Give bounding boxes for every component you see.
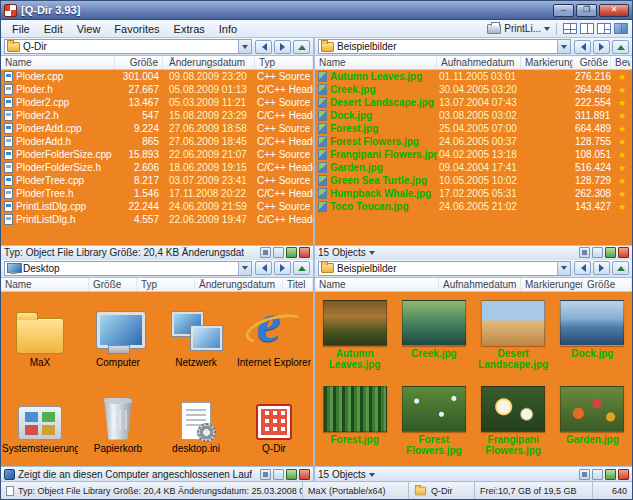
thumbnail-item[interactable]: Creek.jpg: [394, 300, 473, 386]
file-row[interactable]: PloderTree.cpp8.21703.07.2009 23:41C++ S…: [1, 174, 313, 187]
print-list-button[interactable]: PrintLi...: [504, 23, 541, 34]
pane-tool-icon[interactable]: [260, 247, 271, 258]
column-header[interactable]: Größe: [89, 278, 137, 291]
file-row[interactable]: Garden.jpg09.04.2004 17:41516.424★: [315, 161, 632, 174]
file-row[interactable]: Dock.jpg03.08.2005 03:02311.891★: [315, 109, 632, 122]
desktop-item[interactable]: MaX: [1, 298, 79, 384]
file-row[interactable]: PloderTree.h1.54617.11.2008 20:22C/C++ H…: [1, 187, 313, 200]
thumbnail-item[interactable]: Forest Flowers.jpg: [394, 386, 473, 467]
path-dropdown-arrow-icon[interactable]: [557, 262, 570, 275]
desktop-item[interactable]: Computer: [79, 298, 157, 384]
back-button[interactable]: [574, 261, 591, 275]
layout-quad-icon[interactable]: [563, 23, 577, 34]
thumbnail-item[interactable]: Forest.jpg: [315, 386, 394, 467]
up-button[interactable]: [612, 40, 629, 54]
column-header[interactable]: Titel: [283, 278, 313, 291]
up-button[interactable]: [293, 261, 310, 275]
desktop-item[interactable]: Netzwerk: [157, 298, 235, 384]
column-header[interactable]: Markierungen: [521, 56, 573, 69]
back-button[interactable]: [255, 261, 272, 275]
column-header[interactable]: Änderungsdatum: [195, 278, 283, 291]
menu-item-favorites[interactable]: Favorites: [107, 22, 166, 36]
pane-go-icon[interactable]: [605, 247, 616, 258]
file-row[interactable]: PloderFolderSize.cpp15.89322.06.2009 21:…: [1, 148, 313, 161]
column-header[interactable]: Name: [315, 278, 439, 291]
column-header[interactable]: Bew: [611, 56, 631, 69]
pane-close-icon[interactable]: [299, 469, 310, 480]
forward-button[interactable]: [593, 261, 610, 275]
column-header[interactable]: Markierungen: [521, 278, 583, 291]
column-header[interactable]: Name: [1, 56, 115, 69]
pane-filter-icon[interactable]: [273, 247, 284, 258]
file-row[interactable]: Autumn Leaves.jpg01.11.2005 03:01276.216…: [315, 70, 632, 83]
column-header[interactable]: Aufnahmedatum: [437, 56, 521, 69]
maximize-button[interactable]: ❐: [576, 4, 597, 17]
column-header[interactable]: Größe: [573, 56, 611, 69]
column-header[interactable]: Typ: [255, 56, 313, 69]
path-combo[interactable]: Beispielbilder: [318, 261, 571, 276]
titlebar[interactable]: [Q-Dir 3.93] – ❐ ✕: [1, 1, 632, 20]
file-row[interactable]: Forest Flowers.jpg24.06.2005 00:37128.75…: [315, 135, 632, 148]
column-header[interactable]: Größe: [583, 278, 632, 291]
desktop-item[interactable]: desktop.ini: [157, 384, 235, 467]
layout-two-vertical-icon[interactable]: [580, 23, 594, 34]
desktop-item[interactable]: Internet Explorer: [235, 298, 313, 384]
path-combo[interactable]: Desktop: [4, 261, 252, 276]
menu-item-extras[interactable]: Extras: [167, 22, 212, 36]
thumbnail-item[interactable]: Autumn Leaves.jpg: [315, 300, 394, 386]
file-row[interactable]: Ploder.h27.66705.08.2009 01:13C/C++ Head…: [1, 83, 313, 96]
file-row[interactable]: Forest.jpg25.04.2005 07:00664.489★: [315, 122, 632, 135]
pane-go-icon[interactable]: [286, 469, 297, 480]
column-header[interactable]: Typ: [137, 278, 195, 291]
layout-single-icon[interactable]: [614, 23, 628, 34]
file-row[interactable]: PloderAdd.cpp9.22427.06.2009 18:58C++ So…: [1, 122, 313, 135]
forward-button[interactable]: [274, 40, 291, 54]
pane-close-icon[interactable]: [618, 469, 629, 480]
close-button[interactable]: ✕: [599, 4, 629, 17]
minimize-button[interactable]: –: [553, 4, 574, 17]
file-row[interactable]: Ploder2.cpp13.46705.03.2009 11:21C++ Sou…: [1, 96, 313, 109]
pane-go-icon[interactable]: [286, 247, 297, 258]
pane-close-icon[interactable]: [618, 247, 629, 258]
thumbnail-item[interactable]: Dock.jpg: [553, 300, 632, 386]
path-dropdown-arrow-icon[interactable]: [557, 40, 570, 53]
pane-tool-icon[interactable]: [579, 247, 590, 258]
pane-filter-icon[interactable]: [592, 469, 603, 480]
file-row[interactable]: Humpback Whale.jpg17.02.2005 05:31262.30…: [315, 187, 632, 200]
column-header[interactable]: Name: [315, 56, 437, 69]
file-row[interactable]: Toco Toucan.jpg24.06.2005 21:02143.427★: [315, 200, 632, 213]
up-button[interactable]: [612, 261, 629, 275]
thumbnail-item[interactable]: Garden.jpg: [553, 386, 632, 467]
print-dropdown-arrow-icon[interactable]: [544, 27, 550, 34]
desktop-item[interactable]: Papierkorb: [79, 384, 157, 467]
path-dropdown-arrow-icon[interactable]: [238, 40, 251, 53]
forward-button[interactable]: [274, 261, 291, 275]
path-combo[interactable]: Beispielbilder: [318, 39, 571, 54]
desktop-item[interactable]: Q-Dir: [235, 384, 313, 467]
menu-item-edit[interactable]: Edit: [37, 22, 70, 36]
file-row[interactable]: Frangipani Flowers.jpg04.02.2005 13:1810…: [315, 148, 632, 161]
count-dropdown-arrow-icon[interactable]: [369, 251, 375, 258]
menu-item-view[interactable]: View: [70, 22, 108, 36]
file-row[interactable]: PrintListDlg.h4.55722.06.2009 19:47C/C++…: [1, 213, 313, 226]
menu-item-info[interactable]: Info: [212, 22, 244, 36]
file-row[interactable]: Green Sea Turtle.jpg10.05.2005 10:02128.…: [315, 174, 632, 187]
thumbnail-item[interactable]: Frangipani Flowers.jpg: [474, 386, 553, 467]
file-row[interactable]: Ploder2.h54715.08.2009 23:29C/C++ Header: [1, 109, 313, 122]
pane-filter-icon[interactable]: [273, 469, 284, 480]
column-header[interactable]: Aufnahmedatum: [439, 278, 521, 291]
desktop-item[interactable]: Systemsteuerung: [1, 384, 79, 467]
back-button[interactable]: [255, 40, 272, 54]
menu-item-file[interactable]: File: [5, 22, 37, 36]
layout-three-pane-icon[interactable]: [597, 23, 611, 34]
file-row[interactable]: Ploder.cpp301.00409.08.2009 23:20C++ Sou…: [1, 70, 313, 83]
up-button[interactable]: [293, 40, 310, 54]
file-row[interactable]: Desert Landscape.jpg13.07.2004 07:43222.…: [315, 96, 632, 109]
pane-tool-icon[interactable]: [579, 469, 590, 480]
count-dropdown-arrow-icon[interactable]: [369, 473, 375, 480]
file-row[interactable]: PloderFolderSize.h2.60618.06.2009 19:15C…: [1, 161, 313, 174]
column-header[interactable]: Größe: [115, 56, 163, 69]
thumbnail-item[interactable]: Desert Landscape.jpg: [474, 300, 553, 386]
pane-filter-icon[interactable]: [592, 247, 603, 258]
pane-go-icon[interactable]: [605, 469, 616, 480]
